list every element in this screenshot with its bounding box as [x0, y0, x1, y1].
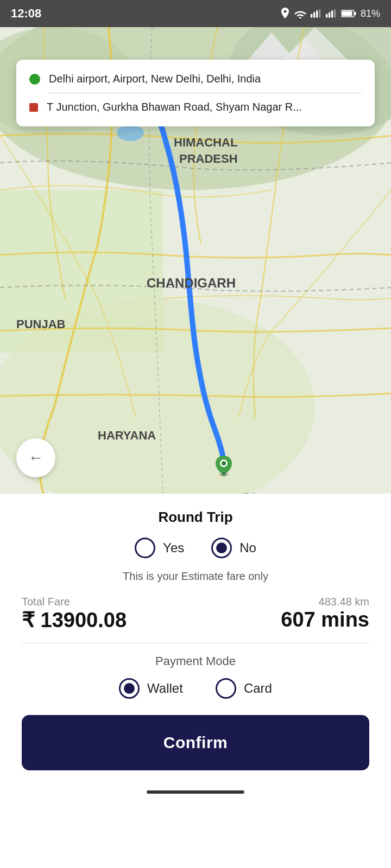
fare-left: Total Fare ₹ 13900.08: [22, 596, 127, 632]
duration-value: 607 mins: [281, 608, 369, 631]
svg-point-34: [222, 461, 226, 465]
svg-rect-5: [329, 12, 330, 18]
payment-wallet-option[interactable]: Wallet: [119, 678, 183, 699]
svg-rect-4: [326, 14, 327, 18]
svg-rect-2: [316, 10, 318, 17]
location-icon: [280, 8, 290, 20]
svg-rect-10: [342, 11, 352, 16]
origin-row: Delhi airport, Airport, New Delhi, Delhi…: [29, 73, 362, 85]
back-button[interactable]: ←: [16, 438, 55, 477]
location-card: Delhi airport, Airport, New Delhi, Delhi…: [16, 60, 375, 126]
payment-radio-group: Wallet Card: [22, 678, 369, 699]
round-trip-radio-group: Yes No: [22, 538, 369, 558]
distance-label: 483.48 km: [281, 596, 369, 608]
svg-rect-6: [331, 10, 333, 17]
signal2-icon: [326, 9, 337, 18]
wifi-icon: [294, 9, 306, 18]
battery-percentage: 81%: [361, 8, 380, 20]
svg-text:PUNJAB: PUNJAB: [16, 317, 65, 331]
svg-text:New Delhi: New Delhi: [201, 491, 255, 494]
confirm-button[interactable]: Confirm: [22, 715, 369, 770]
payment-wallet-label: Wallet: [147, 681, 183, 696]
origin-text: Delhi airport, Airport, New Delhi, Delhi…: [49, 73, 261, 85]
payment-title: Payment Mode: [22, 654, 369, 668]
round-trip-no-label: No: [239, 540, 256, 556]
svg-rect-3: [319, 10, 320, 18]
status-icons: 81%: [280, 8, 380, 20]
payment-wallet-circle[interactable]: [119, 678, 140, 699]
home-bar: [147, 790, 244, 794]
fare-row: Total Fare ₹ 13900.08 483.48 km 607 mins: [22, 596, 369, 632]
round-trip-yes-option[interactable]: Yes: [135, 538, 184, 558]
payment-card-circle[interactable]: [216, 678, 236, 699]
round-trip-yes-label: Yes: [163, 540, 184, 556]
fare-divider: [22, 643, 369, 643]
back-arrow-icon: ←: [28, 449, 43, 467]
map-container: Manali Dharamshala HIMACHAL PRADESH CHAN…: [0, 27, 391, 494]
destination-dot: [29, 103, 38, 112]
payment-card-label: Card: [244, 681, 272, 696]
total-fare-label: Total Fare: [22, 596, 127, 608]
round-trip-title: Round Trip: [22, 509, 369, 526]
svg-text:HIMACHAL: HIMACHAL: [174, 136, 237, 149]
svg-rect-0: [311, 14, 312, 18]
fare-amount: ₹ 13900.08: [22, 608, 127, 632]
estimate-note: This is your Estimate fare only: [22, 570, 369, 583]
round-trip-no-option[interactable]: No: [211, 538, 256, 558]
home-indicator: [0, 781, 391, 803]
fare-right: 483.48 km 607 mins: [281, 596, 369, 631]
signal-icon: [311, 9, 321, 18]
location-divider: [49, 93, 362, 93]
svg-text:HARYANA: HARYANA: [98, 429, 156, 442]
round-trip-no-circle[interactable]: [211, 538, 232, 558]
svg-rect-9: [354, 12, 356, 15]
svg-point-20: [117, 125, 144, 141]
payment-card-option[interactable]: Card: [216, 678, 272, 699]
battery-icon: [341, 9, 356, 18]
bottom-panel: Round Trip Yes No This is your Estimate …: [0, 494, 391, 781]
destination-row: T Junction, Gurkha Bhawan Road, Shyam Na…: [29, 101, 362, 113]
svg-point-35: [222, 472, 226, 476]
status-bar: 12:08 81%: [0, 0, 391, 27]
destination-text: T Junction, Gurkha Bhawan Road, Shyam Na…: [47, 101, 302, 113]
origin-dot: [29, 74, 40, 85]
svg-rect-7: [334, 10, 336, 18]
round-trip-yes-circle[interactable]: [135, 538, 155, 558]
status-time: 12:08: [11, 7, 41, 21]
svg-text:CHANDIGARH: CHANDIGARH: [147, 276, 236, 290]
svg-text:PRADESH: PRADESH: [179, 152, 238, 165]
svg-rect-1: [313, 12, 315, 18]
